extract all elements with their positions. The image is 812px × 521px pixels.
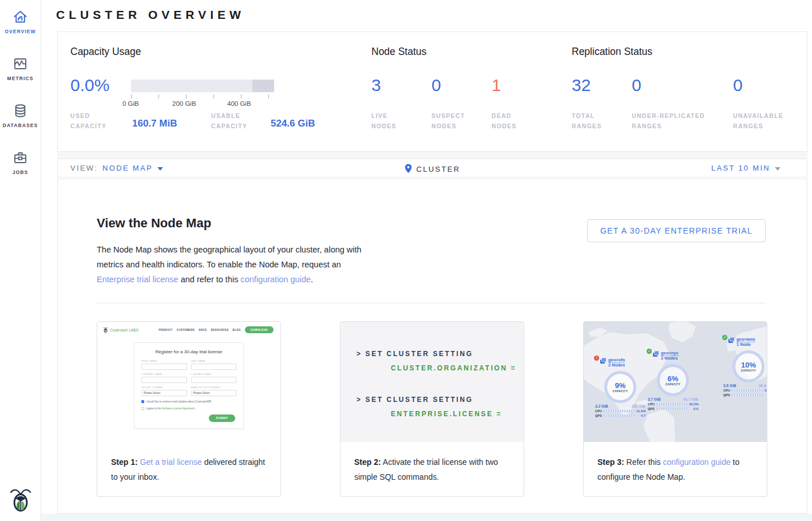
node-count: 2 Nodes xyxy=(661,356,678,361)
node-used: 3.7 GiB xyxy=(648,397,660,401)
cpu-bar xyxy=(604,410,635,412)
capacity-label: CAPACITY xyxy=(741,369,756,372)
dead-nodes-value: 1 xyxy=(492,76,501,95)
sidebar-item-overview[interactable]: OVERVIEW xyxy=(0,0,41,47)
node-status-title: Node Status xyxy=(371,46,426,58)
sidebar-item-label: JOBS xyxy=(0,169,41,175)
sidebar-item-metrics[interactable]: METRICS xyxy=(0,47,41,94)
capacity-ring-gauge: 9% CAPACITY xyxy=(604,371,636,403)
node-total: 351 GiB xyxy=(632,404,645,408)
page-bottom-strip xyxy=(41,514,812,521)
field-label: COMPANY EMAIL xyxy=(191,373,237,376)
qps-bar xyxy=(656,408,687,410)
get-enterprise-trial-button[interactable]: GET A 30-DAY ENTERPRISE TRIAL xyxy=(587,219,766,242)
nav-customers: CUSTOMERS xyxy=(177,329,195,331)
time-range-selector[interactable]: LAST 10 MIN xyxy=(711,164,770,172)
description-text: . xyxy=(311,275,313,284)
map-pin-icon xyxy=(405,164,412,173)
step3-label: Step 3: xyxy=(597,457,624,467)
view-bar: VIEW:NODE MAP CLUSTER LAST 10 MIN xyxy=(57,159,807,177)
project-phase-select: Please Select xyxy=(141,390,187,396)
enterprise-trial-license-link[interactable]: Enterprise trial license xyxy=(97,275,179,284)
cpu-value: 42.5% xyxy=(689,402,698,406)
capacity-ring-gauge: 10% CAPACITY xyxy=(732,350,765,382)
description-text: The Node Map shows the geographical layo… xyxy=(97,245,362,269)
gauge-tick-label: 0 GiB xyxy=(122,100,139,107)
map-node-ams: ✓ geo=ams1 Node 10% CAPACITY 3.6 GiB36.6… xyxy=(722,337,767,397)
step3-card: ! geo=sfo2 Nodes 9% CAPACITY 3.2 GiB351 … xyxy=(583,321,767,497)
form-title: Register for a 30-day trial license xyxy=(141,349,236,354)
map-node-sfo: ! geo=sfo2 Nodes 9% CAPACITY 3.2 GiB351 … xyxy=(594,357,647,417)
node-used: 3.2 GiB xyxy=(595,404,608,408)
field-label: COMPANY NAME xyxy=(141,373,187,376)
configuration-guide-link[interactable]: configuration guide xyxy=(240,275,311,284)
metrics-icon xyxy=(13,56,28,72)
replication-status-title: Replication Status xyxy=(572,46,652,58)
qps-value: 0.0 xyxy=(689,407,698,411)
capacity-gauge-ticks xyxy=(131,94,274,98)
node-total: 36.6 GiB xyxy=(759,384,767,388)
node-map-panel: View the Node Map The Node Map shows the… xyxy=(57,179,807,514)
suspect-nodes-value: 0 xyxy=(431,76,441,95)
total-ranges-value: 32 xyxy=(572,76,591,95)
field-label: FIRST NAME xyxy=(141,360,187,362)
sidebar-item-jobs[interactable]: JOBS xyxy=(0,141,41,188)
main-region: CLUSTER OVERVIEW Capacity Usage 0.0% 0 G… xyxy=(41,0,812,521)
nav-resources: RESOURCES xyxy=(211,329,228,331)
company-name-input xyxy=(141,377,187,383)
first-name-input xyxy=(141,364,187,370)
checkbox-label: I agree to the Software License Agreemen… xyxy=(146,407,196,410)
cpu-bar xyxy=(732,389,763,392)
trial-license-site-thumbnail: Cockroach LABS PRODUCT CUSTOMERS DOCS RE… xyxy=(97,322,280,442)
configuration-guide-link[interactable]: configuration guide xyxy=(663,457,730,467)
nav-docs: DOCS xyxy=(199,329,207,331)
used-capacity-value: 160.7 MiB xyxy=(132,118,177,129)
cpu-label: CPU xyxy=(648,402,655,406)
qps-label: QPS xyxy=(595,414,602,417)
nodes-cube-icon xyxy=(600,357,607,364)
gauge-tick-label: 400 GiB xyxy=(227,100,251,107)
view-label: VIEW: xyxy=(70,164,98,172)
node-count: 1 Node xyxy=(736,342,751,347)
total-ranges-label: TOTAL RANGES xyxy=(572,110,602,131)
qps-bar xyxy=(604,415,635,417)
nav-product: PRODUCT xyxy=(159,329,172,331)
node-dead-badge-icon: ! xyxy=(594,356,599,361)
sidebar-item-databases[interactable]: DATABASES xyxy=(0,94,41,141)
node-map-thumbnail: ! geo=sfo2 Nodes 9% CAPACITY 3.2 GiB351 … xyxy=(584,322,767,442)
gauge-tick-label: 200 GiB xyxy=(172,100,196,107)
sidebar-item-label: DATABASES xyxy=(0,123,41,128)
view-selector[interactable]: NODE MAP xyxy=(102,164,153,172)
node-total: 43.7 GiB xyxy=(683,397,698,401)
step3-caption: Step 3: Refer this configuration guide t… xyxy=(584,442,767,484)
qps-value: 4.7 xyxy=(636,414,645,417)
suspect-nodes-label: SUSPECT NODES xyxy=(431,110,465,131)
step1-caption: Step 1: Get a trial license delivered st… xyxy=(97,442,280,484)
chevron-down-icon[interactable] xyxy=(157,167,163,171)
cluster-summary-panel: Capacity Usage 0.0% 0 GiB 200 GiB 400 Gi… xyxy=(57,31,807,152)
nodes-cube-icon xyxy=(652,350,659,357)
sidebar-item-label: METRICS xyxy=(0,76,41,81)
cockroach-labs-logo: Cockroach LABS xyxy=(103,326,138,333)
node-map-description: The Node Map shows the geographical layo… xyxy=(97,242,365,287)
cpu-value: 58.3% xyxy=(765,389,767,392)
description-text: and refer to this xyxy=(179,275,241,284)
company-email-input xyxy=(191,377,237,383)
node-capacity-percent: 9% xyxy=(615,381,626,390)
node-capacity-percent: 6% xyxy=(668,374,679,383)
step1-label: Step 1: xyxy=(111,457,138,467)
chevron-down-icon[interactable] xyxy=(775,167,781,171)
field-label: REASON FOR INTEREST xyxy=(191,386,237,389)
usable-capacity-label: USABLE CAPACITY xyxy=(211,110,247,131)
node-healthy-badge-icon: ✓ xyxy=(647,349,652,354)
capacity-gauge: 0 GiB 200 GiB 400 GiB xyxy=(131,80,274,114)
get-trial-license-link[interactable]: Get a trial license xyxy=(140,457,202,467)
sql-prompt-line: > SET CLUSTER SETTING xyxy=(357,393,524,407)
capacity-ring-gauge: 6% CAPACITY xyxy=(657,364,689,396)
live-nodes-value: 3 xyxy=(371,76,381,95)
last-name-input xyxy=(191,364,237,370)
home-icon xyxy=(13,9,28,25)
step2-label: Step 2: xyxy=(354,457,381,467)
sql-setting-line: ENTERPRISE.LICENSE = xyxy=(357,407,524,421)
capacity-percent: 0.0% xyxy=(70,76,109,95)
